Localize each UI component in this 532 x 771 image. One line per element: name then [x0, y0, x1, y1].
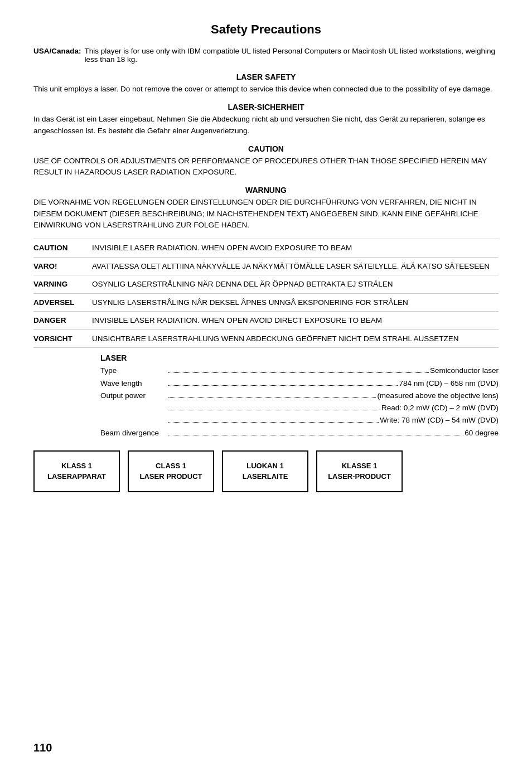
laser-box-line2: LASERLAITE: [243, 471, 288, 482]
spec-value: Read: 0,2 mW (CD) – 2 mW (DVD): [381, 402, 499, 414]
warning-text: OSYNLIG LASERSTRÅLNING NÄR DENNA DEL ÄR …: [92, 275, 499, 294]
section-body-caution: USE OF CONTROLS OR ADJUSTMENTS OR PERFOR…: [33, 156, 499, 178]
laser-specs-container: TypeSemiconductor laserWave length784 nm…: [100, 365, 499, 439]
spec-label: Output power: [100, 390, 167, 402]
laser-box-line2: LASER PRODUCT: [140, 471, 202, 482]
spec-value: 60 degree: [465, 427, 499, 439]
spec-value: Write: 78 mW (CD) – 54 mW (DVD): [380, 414, 499, 426]
spec-line: Beam divergence60 degree: [100, 427, 499, 439]
laser-box-line1: CLASS 1: [156, 460, 186, 472]
laser-box-0: KLASS 1LASERAPPARAT: [33, 450, 120, 492]
warning-text: UNSICHTBARE LASERSTRAHLUNG WENN ABDECKUN…: [92, 329, 499, 348]
laser-box-line2: LASERAPPARAT: [47, 471, 106, 482]
warning-text: AVATTAESSA OLET ALTTIINA NÄKYVÄLLE JA NÄ…: [92, 257, 499, 275]
spec-line: Wave length784 nm (CD) – 658 nm (DVD): [100, 377, 499, 390]
table-row: CAUTIONINVISIBLE LASER RADIATION. WHEN O…: [33, 239, 499, 258]
spec-label: Type: [100, 365, 167, 377]
warning-label: VARO!: [33, 257, 92, 275]
laser-section: LASER TypeSemiconductor laserWave length…: [33, 353, 499, 439]
spec-value: (measured above the objective lens): [377, 390, 499, 402]
laser-box-line1: KLASS 1: [61, 460, 92, 472]
warning-label: ADVERSEL: [33, 293, 92, 312]
section-body-laser-safety: This unit employs a laser. Do not remove…: [33, 84, 499, 95]
spec-dots: [168, 415, 379, 423]
sections-container: LASER SAFETYThis unit employs a laser. D…: [33, 72, 499, 231]
warning-label: VARNING: [33, 275, 92, 294]
laser-box-line1: LUOKAN 1: [246, 460, 283, 472]
warning-label: VORSICHT: [33, 329, 92, 348]
warning-label: CAUTION: [33, 239, 92, 258]
page-title: Safety Precautions: [33, 22, 499, 37]
spec-value: Semiconductor laser: [430, 365, 499, 377]
section-laser-sicherheit: LASER-SICHERHEITIn das Gerät ist ein Las…: [33, 103, 499, 137]
section-header-caution: CAUTION: [33, 144, 499, 153]
section-warnung: WARNUNGDIE VORNAHME VON REGELUNGEN ODER …: [33, 186, 499, 231]
section-header-warnung: WARNUNG: [33, 186, 499, 195]
section-header-laser-sicherheit: LASER-SICHERHEIT: [33, 103, 499, 111]
spec-dots: [168, 378, 398, 386]
spec-line: Output power(measured above the objectiv…: [100, 390, 499, 402]
table-row: DANGERINVISIBLE LASER RADIATION. WHEN OP…: [33, 312, 499, 330]
page-number: 110: [33, 741, 52, 754]
warning-table: CAUTIONINVISIBLE LASER RADIATION. WHEN O…: [33, 239, 499, 348]
spec-label: Beam divergence: [100, 427, 167, 439]
spec-dots: [168, 390, 376, 398]
laser-box-1: CLASS 1LASER PRODUCT: [128, 450, 214, 492]
spec-dots: [168, 428, 463, 435]
warning-text: INVISIBLE LASER RADIATION. WHEN OPEN AVO…: [92, 239, 499, 258]
laser-boxes-row: KLASS 1LASERAPPARATCLASS 1LASER PRODUCTL…: [33, 450, 499, 492]
table-row: VARO!AVATTAESSA OLET ALTTIINA NÄKYVÄLLE …: [33, 257, 499, 275]
section-header-laser-safety: LASER SAFETY: [33, 72, 499, 81]
section-body-laser-sicherheit: In das Gerät ist ein Laser eingebaut. Ne…: [33, 114, 499, 137]
section-laser-safety: LASER SAFETYThis unit employs a laser. D…: [33, 72, 499, 95]
table-row: VARNINGOSYNLIG LASERSTRÅLNING NÄR DENNA …: [33, 275, 499, 294]
usa-canada-block: USA/Canada: This player is for use only …: [33, 47, 499, 64]
laser-box-line1: KLASSE 1: [342, 460, 378, 472]
warning-text: INVISIBLE LASER RADIATION. WHEN OPEN AVO…: [92, 312, 499, 330]
spec-line: Read: 0,2 mW (CD) – 2 mW (DVD): [100, 402, 499, 414]
spec-value: 784 nm (CD) – 658 nm (DVD): [399, 377, 499, 390]
spec-line: TypeSemiconductor laser: [100, 365, 499, 377]
spec-dots: [168, 403, 380, 410]
warning-label: DANGER: [33, 312, 92, 330]
spec-label: Wave length: [100, 377, 167, 390]
laser-section-title: LASER: [100, 353, 499, 362]
section-caution: CAUTIONUSE OF CONTROLS OR ADJUSTMENTS OR…: [33, 144, 499, 178]
table-row: ADVERSELUSYNLIG LASERSTRÅLING NÅR DEKSEL…: [33, 293, 499, 312]
laser-box-3: KLASSE 1LASER-PRODUCT: [316, 450, 403, 492]
warning-text: USYNLIG LASERSTRÅLING NÅR DEKSEL ÅPNES U…: [92, 293, 499, 312]
laser-box-line2: LASER-PRODUCT: [328, 471, 391, 482]
usa-canada-label: USA/Canada:: [33, 47, 81, 55]
usa-canada-text: This player is for use only with IBM com…: [85, 47, 499, 64]
table-row: VORSICHTUNSICHTBARE LASERSTRAHLUNG WENN …: [33, 329, 499, 348]
laser-box-2: LUOKAN 1LASERLAITE: [222, 450, 308, 492]
section-body-warnung: DIE VORNAHME VON REGELUNGEN ODER EINSTEL…: [33, 197, 499, 231]
spec-line: Write: 78 mW (CD) – 54 mW (DVD): [100, 414, 499, 426]
spec-dots: [168, 365, 429, 373]
